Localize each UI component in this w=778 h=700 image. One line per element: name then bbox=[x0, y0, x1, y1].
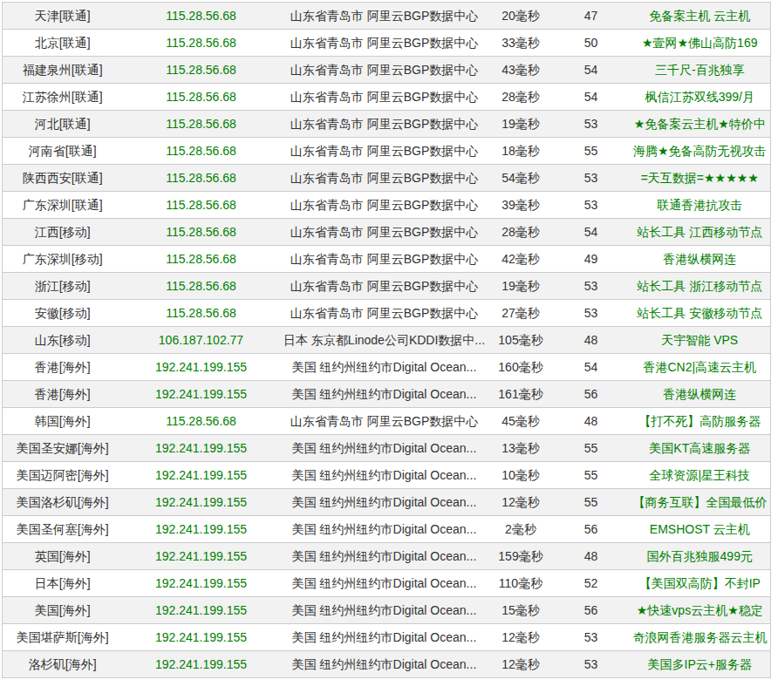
ip-cell: 192.241.199.155 bbox=[123, 435, 280, 462]
sponsor-cell: ★免备案云主机★特价中 bbox=[630, 111, 771, 138]
monitor-location-cell: 北京[联通] bbox=[3, 30, 123, 57]
ip-link[interactable]: 192.241.199.155 bbox=[155, 522, 247, 536]
sponsor-link[interactable]: ★壹网★佛山高防169 bbox=[642, 36, 757, 50]
ip-link[interactable]: 192.241.199.155 bbox=[155, 630, 247, 644]
ip-link[interactable]: 106.187.102.77 bbox=[159, 333, 243, 347]
response-time-cell: 33毫秒 bbox=[489, 30, 553, 57]
table-row: 河北[联通]115.28.56.68山东省青岛市 阿里云BGP数据中心19毫秒5… bbox=[3, 111, 771, 138]
response-time-cell: 12毫秒 bbox=[489, 624, 553, 651]
ip-link[interactable]: 192.241.199.155 bbox=[155, 468, 247, 482]
response-time-cell: 54毫秒 bbox=[489, 165, 553, 192]
sponsor-cell: 【美国双高防】不封IP bbox=[630, 570, 771, 597]
monitor-location-cell: 河南省[联通] bbox=[3, 138, 123, 165]
sponsor-link[interactable]: 站长工具 江西移动节点 bbox=[637, 225, 762, 239]
sponsor-link[interactable]: 美国KT高速服务器 bbox=[649, 441, 750, 455]
sponsor-link[interactable]: 香港CN2|高速云主机 bbox=[643, 360, 756, 374]
ip-link[interactable]: 115.28.56.68 bbox=[166, 117, 236, 131]
sponsor-link[interactable]: ★免备案云主机★特价中 bbox=[634, 117, 766, 131]
ip-link[interactable]: 192.241.199.155 bbox=[155, 549, 247, 563]
ttl-cell: 47 bbox=[553, 3, 630, 30]
ttl-cell: 49 bbox=[553, 246, 630, 273]
sponsor-cell: 免备案主机 云主机 bbox=[630, 3, 771, 30]
sponsor-cell: 联通香港抗攻击 bbox=[630, 192, 771, 219]
sponsor-cell: 奇浪网香港服务器云主机 bbox=[630, 624, 771, 651]
table-row: 日本[海外]192.241.199.155美国 纽约州纽约市Digital Oc… bbox=[3, 570, 771, 597]
ip-link[interactable]: 115.28.56.68 bbox=[166, 171, 236, 185]
ip-link[interactable]: 192.241.199.155 bbox=[155, 495, 247, 509]
ip-link[interactable]: 115.28.56.68 bbox=[166, 252, 236, 266]
ip-cell: 115.28.56.68 bbox=[123, 273, 280, 300]
sponsor-link[interactable]: 三千尺-百兆独享 bbox=[655, 63, 745, 77]
table-row: 陕西西安[联通]115.28.56.68山东省青岛市 阿里云BGP数据中心54毫… bbox=[3, 165, 771, 192]
table-row: 河南省[联通]115.28.56.68山东省青岛市 阿里云BGP数据中心18毫秒… bbox=[3, 138, 771, 165]
sponsor-cell: 站长工具 浙江移动节点 bbox=[630, 273, 771, 300]
monitor-location-cell: 美国洛杉矶[海外] bbox=[3, 489, 123, 516]
sponsor-link[interactable]: EMSHOST 云主机 bbox=[650, 522, 750, 536]
monitor-location-cell: 韩国[海外] bbox=[3, 408, 123, 435]
table-row: 山东[移动]106.187.102.77日本 东京都Linode公司KDDI数据… bbox=[3, 327, 771, 354]
ip-location-cell: 山东省青岛市 阿里云BGP数据中心 bbox=[280, 3, 489, 30]
sponsor-link[interactable]: 海腾★免备高防无视攻击 bbox=[633, 144, 767, 158]
ttl-cell: 55 bbox=[553, 462, 630, 489]
sponsor-link[interactable]: 站长工具 安徽移动节点 bbox=[637, 306, 762, 320]
ip-cell: 115.28.56.68 bbox=[123, 165, 280, 192]
ip-link[interactable]: 115.28.56.68 bbox=[166, 36, 236, 50]
ip-link[interactable]: 115.28.56.68 bbox=[166, 9, 236, 23]
ping-results-page: 天津[联通]115.28.56.68山东省青岛市 阿里云BGP数据中心20毫秒4… bbox=[0, 0, 778, 700]
sponsor-cell: 天宇智能 VPS bbox=[630, 327, 771, 354]
sponsor-link[interactable]: 枫信江苏双线399/月 bbox=[645, 90, 754, 104]
ttl-cell: 55 bbox=[553, 435, 630, 462]
sponsor-link[interactable]: 国外百兆独服499元 bbox=[647, 549, 753, 563]
ip-link[interactable]: 115.28.56.68 bbox=[166, 144, 236, 158]
table-row: 英国[海外]192.241.199.155美国 纽约州纽约市Digital Oc… bbox=[3, 543, 771, 570]
sponsor-link[interactable]: 香港纵横网连 bbox=[663, 252, 736, 266]
ip-link[interactable]: 115.28.56.68 bbox=[166, 225, 236, 239]
sponsor-link[interactable]: 奇浪网香港服务器云主机 bbox=[633, 630, 768, 644]
ip-link[interactable]: 192.241.199.155 bbox=[155, 657, 247, 671]
sponsor-cell: 枫信江苏双线399/月 bbox=[630, 84, 771, 111]
ip-link[interactable]: 192.241.199.155 bbox=[155, 387, 247, 401]
sponsor-link[interactable]: 【商务互联】全国最低价 bbox=[633, 495, 768, 509]
response-time-cell: 10毫秒 bbox=[489, 462, 553, 489]
ip-link[interactable]: 192.241.199.155 bbox=[155, 603, 247, 617]
ip-link[interactable]: 192.241.199.155 bbox=[155, 576, 247, 590]
sponsor-link[interactable]: 站长工具 浙江移动节点 bbox=[637, 279, 762, 293]
ip-link[interactable]: 115.28.56.68 bbox=[166, 90, 236, 104]
sponsor-link[interactable]: 美国多IP云+服务器 bbox=[648, 657, 752, 671]
ip-link[interactable]: 115.28.56.68 bbox=[166, 306, 236, 320]
sponsor-cell: ★快速vps云主机★稳定 bbox=[630, 597, 771, 624]
table-row: 福建泉州[联通]115.28.56.68山东省青岛市 阿里云BGP数据中心43毫… bbox=[3, 57, 771, 84]
sponsor-link[interactable]: =天互数据=★★★★★ bbox=[641, 171, 759, 185]
response-time-cell: 160毫秒 bbox=[489, 354, 553, 381]
ip-link[interactable]: 115.28.56.68 bbox=[166, 198, 236, 212]
sponsor-cell: 香港纵横网连 bbox=[630, 246, 771, 273]
ip-link[interactable]: 115.28.56.68 bbox=[166, 279, 236, 293]
monitor-location-cell: 江苏徐州[联通] bbox=[3, 84, 123, 111]
ip-cell: 192.241.199.155 bbox=[123, 516, 280, 543]
sponsor-link[interactable]: 免备案主机 云主机 bbox=[649, 9, 750, 23]
sponsor-link[interactable]: 【打不死】高防服务器 bbox=[638, 414, 761, 428]
ip-link[interactable]: 192.241.199.155 bbox=[155, 441, 247, 455]
sponsor-link[interactable]: ★快速vps云主机★稳定 bbox=[637, 603, 763, 617]
response-time-cell: 20毫秒 bbox=[489, 3, 553, 30]
ip-location-cell: 美国 纽约州纽约市Digital Ocean... bbox=[280, 543, 489, 570]
ip-cell: 115.28.56.68 bbox=[123, 408, 280, 435]
ip-link[interactable]: 115.28.56.68 bbox=[166, 63, 236, 77]
monitor-location-cell: 英国[海外] bbox=[3, 543, 123, 570]
sponsor-link[interactable]: 联通香港抗攻击 bbox=[657, 198, 742, 212]
sponsor-link[interactable]: 香港纵横网连 bbox=[663, 387, 736, 401]
response-time-cell: 28毫秒 bbox=[489, 219, 553, 246]
table-row: 广东深圳[移动]115.28.56.68山东省青岛市 阿里云BGP数据中心42毫… bbox=[3, 246, 771, 273]
response-time-cell: 39毫秒 bbox=[489, 192, 553, 219]
response-time-cell: 13毫秒 bbox=[489, 435, 553, 462]
ip-link[interactable]: 192.241.199.155 bbox=[155, 360, 247, 374]
ip-cell: 192.241.199.155 bbox=[123, 597, 280, 624]
monitor-location-cell: 广东深圳[移动] bbox=[3, 246, 123, 273]
ip-link[interactable]: 115.28.56.68 bbox=[166, 414, 236, 428]
sponsor-link[interactable]: 全球资源|星王科技 bbox=[649, 468, 750, 482]
table-row: 浙江[移动]115.28.56.68山东省青岛市 阿里云BGP数据中心19毫秒5… bbox=[3, 273, 771, 300]
response-time-cell: 27毫秒 bbox=[489, 300, 553, 327]
sponsor-link[interactable]: 天宇智能 VPS bbox=[661, 333, 738, 347]
sponsor-link[interactable]: 【美国双高防】不封IP bbox=[639, 576, 761, 590]
ip-cell: 115.28.56.68 bbox=[123, 246, 280, 273]
